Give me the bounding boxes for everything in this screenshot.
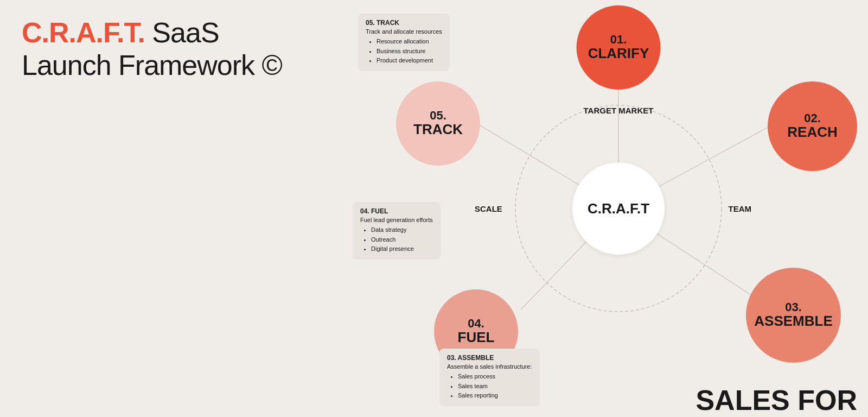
- assemble-items: Sales process Sales team Sales reporting: [447, 372, 532, 401]
- title-line2: Launch Framework ©: [22, 49, 282, 81]
- label-scale: SCALE: [475, 204, 502, 213]
- sales-for-text: SALES FOR: [695, 386, 868, 417]
- label-team: TEAM: [729, 204, 752, 213]
- center-circle: C.R.A.F.T: [572, 162, 665, 255]
- circle-track: 05. TRACK: [396, 81, 480, 166]
- fuel-items: Data strategy Outreach Digital presence: [360, 225, 433, 254]
- info-box-track: 05. TRACK Track and allocate resources R…: [358, 14, 450, 71]
- diagram: C.R.A.F.T 01. CLARIFY 02. REACH 03. ASSE…: [369, 0, 868, 417]
- info-box-assemble: 03. ASSEMBLE Assemble a sales infrastruc…: [439, 349, 540, 406]
- circle-reach: 02. REACH: [768, 81, 857, 171]
- title-area: C.R.A.F.T. SaaS Launch Framework ©: [22, 16, 282, 81]
- craft-title: C.R.A.F.T.: [22, 17, 145, 48]
- circle-assemble: 03. ASSEMBLE: [746, 268, 841, 363]
- info-box-fuel: 04. FUEL Fuel lead generation efforts Da…: [353, 202, 441, 260]
- circle-clarify: 01. CLARIFY: [577, 5, 661, 90]
- label-target-market: TARGET MARKET: [584, 106, 654, 115]
- track-items: Resource allocation Business structure P…: [366, 37, 442, 66]
- title-line1: C.R.A.F.T. SaaS: [22, 16, 282, 49]
